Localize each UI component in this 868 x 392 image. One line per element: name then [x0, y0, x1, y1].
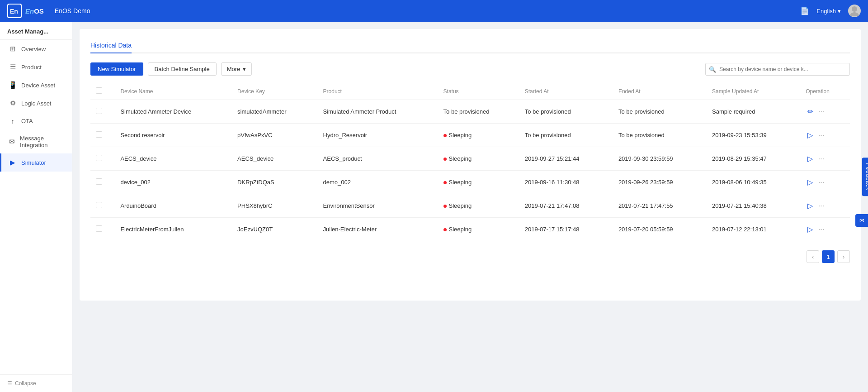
row-status: Sleeping: [438, 194, 519, 218]
play-button-4[interactable]: ▷: [806, 201, 815, 211]
row-ended-at: 2019-07-20 05:59:59: [613, 218, 707, 241]
layout: Asset Manag... ⊞ Overview ☰ Product 📱 De…: [0, 0, 868, 392]
language-selector[interactable]: English ▾: [816, 8, 841, 14]
row-sample-updated-at: 2019-09-23 15:53:39: [707, 124, 800, 147]
product-icon: ☰: [9, 63, 17, 71]
col-product: Product: [318, 83, 438, 100]
row-device-name: Second reservoir: [115, 124, 232, 147]
row-checkbox-cell: [90, 194, 115, 218]
row-sample-updated-at: 2019-08-29 15:35:47: [707, 147, 800, 171]
select-all-checkbox[interactable]: [96, 87, 102, 94]
search-input[interactable]: [705, 63, 850, 76]
tab-historical-data[interactable]: Historical Data: [90, 38, 132, 53]
avatar[interactable]: [848, 5, 861, 17]
row-status: Sleeping: [438, 218, 519, 241]
batch-define-sample-button[interactable]: Batch Define Sample: [148, 62, 217, 76]
row-ended-at: To be provisioned: [613, 100, 707, 124]
row-started-at: 2019-07-17 15:17:48: [519, 218, 613, 241]
status-dot: [443, 134, 447, 137]
app-name: EnOS Demo: [55, 7, 90, 14]
row-checkbox-cell: [90, 100, 115, 124]
more-ops-button-0[interactable]: ···: [817, 107, 826, 117]
toolbar: New Simulator Batch Define Sample More ▾…: [90, 62, 850, 76]
row-checkbox-2[interactable]: [96, 155, 102, 161]
edit-button-0[interactable]: ✏: [806, 106, 815, 117]
row-sample-updated-at: Sample required: [707, 100, 800, 124]
col-started-at: Started At: [519, 83, 613, 100]
topbar-right: 📄 English ▾: [800, 5, 861, 17]
new-simulator-button[interactable]: New Simulator: [90, 62, 143, 76]
row-ended-at: 2019-09-26 23:59:59: [613, 171, 707, 194]
row-operation: ▷ ···: [800, 147, 850, 171]
play-button-2[interactable]: ▷: [806, 153, 815, 164]
status-dot: [443, 205, 447, 208]
status-dot: [443, 228, 447, 231]
row-checkbox-1[interactable]: [96, 131, 102, 138]
row-checkbox-3[interactable]: [96, 178, 102, 185]
play-button-3[interactable]: ▷: [806, 177, 815, 187]
sidebar-collapse[interactable]: ☰ Collapse: [0, 374, 72, 392]
row-device-key: pVfwAsPxVC: [232, 124, 317, 147]
row-device-name: device_002: [115, 171, 232, 194]
sidebar: Asset Manag... ⊞ Overview ☰ Product 📱 De…: [0, 22, 72, 392]
col-device-key: Device Key: [232, 83, 317, 100]
row-sample-updated-at: 2019-07-12 22:13:01: [707, 218, 800, 241]
more-button[interactable]: More ▾: [221, 62, 252, 76]
row-checkbox-4[interactable]: [96, 202, 102, 208]
sidebar-item-device-asset[interactable]: 📱 Device Asset: [0, 76, 72, 94]
row-product: Julien-Electric-Meter: [318, 218, 438, 241]
row-started-at: To be provisioned: [519, 124, 613, 147]
row-product: demo_002: [318, 171, 438, 194]
row-started-at: To be provisioned: [519, 100, 613, 124]
row-sample-updated-at: 2019-07-21 15:40:38: [707, 194, 800, 218]
row-operation: ▷ ···: [800, 218, 850, 241]
more-ops-button-5[interactable]: ···: [816, 225, 826, 234]
row-started-at: 2019-09-27 15:21:44: [519, 147, 613, 171]
sidebar-item-simulator[interactable]: ▶ Simulator: [0, 153, 72, 172]
sidebar-item-logic-asset[interactable]: ⚙ Logic Asset: [0, 94, 72, 112]
sidebar-item-message-integration[interactable]: ✉ Message Integration: [0, 130, 72, 153]
collapse-icon: ☰: [7, 380, 12, 387]
row-started-at: 2019-07-21 17:47:08: [519, 194, 613, 218]
row-checkbox-cell: [90, 218, 115, 241]
row-device-key: simulatedAmmeter: [232, 100, 317, 124]
search-icon: 🔍: [709, 66, 716, 72]
row-device-key: AECS_device: [232, 147, 317, 171]
device-asset-icon: 📱: [9, 81, 17, 89]
row-device-key: DKRpZtDQaS: [232, 171, 317, 194]
more-ops-button-2[interactable]: ···: [816, 154, 826, 164]
document-icon[interactable]: 📄: [800, 7, 809, 15]
row-started-at: 2019-09-16 11:30:48: [519, 171, 613, 194]
row-device-name: Simulated Ammeter Device: [115, 100, 232, 124]
tab-bar: Historical Data: [90, 38, 850, 53]
more-chevron-icon: ▾: [243, 66, 246, 72]
pagination-prev[interactable]: ‹: [807, 250, 819, 263]
sidebar-header: Asset Manag...: [0, 22, 72, 40]
search-box: 🔍: [705, 63, 850, 76]
mail-icon[interactable]: ✉: [855, 214, 868, 227]
row-operation: ▷ ···: [800, 124, 850, 147]
pagination-next[interactable]: ›: [837, 250, 850, 263]
col-ended-at: Ended At: [613, 83, 707, 100]
feedback-tab[interactable]: Feedback: [862, 158, 868, 196]
row-checkbox-5[interactable]: [96, 225, 102, 232]
row-checkbox-0[interactable]: [96, 108, 102, 114]
sidebar-item-product[interactable]: ☰ Product: [0, 58, 72, 76]
col-status: Status: [438, 83, 519, 100]
play-button-5[interactable]: ▷: [806, 224, 815, 234]
more-ops-button-4[interactable]: ···: [816, 201, 826, 211]
table-row: ArduinoBoard PHSX8hybrC EnvironmentSenso…: [90, 194, 850, 218]
col-device-name: Device Name: [115, 83, 232, 100]
sidebar-item-overview[interactable]: ⊞ Overview: [0, 40, 72, 58]
pagination-page-1[interactable]: 1: [822, 250, 835, 263]
col-checkbox: [90, 83, 115, 100]
row-checkbox-cell: [90, 147, 115, 171]
row-device-key: JoEzvUQZ0T: [232, 218, 317, 241]
row-device-name: ElectricMeterFromJulien: [115, 218, 232, 241]
sidebar-item-ota[interactable]: ↑ OTA: [0, 112, 72, 130]
more-ops-button-3[interactable]: ···: [816, 177, 826, 187]
play-button-1[interactable]: ▷: [806, 130, 815, 140]
more-ops-button-1[interactable]: ···: [816, 130, 826, 140]
row-device-name: ArduinoBoard: [115, 194, 232, 218]
col-operation: Operation: [800, 83, 850, 100]
